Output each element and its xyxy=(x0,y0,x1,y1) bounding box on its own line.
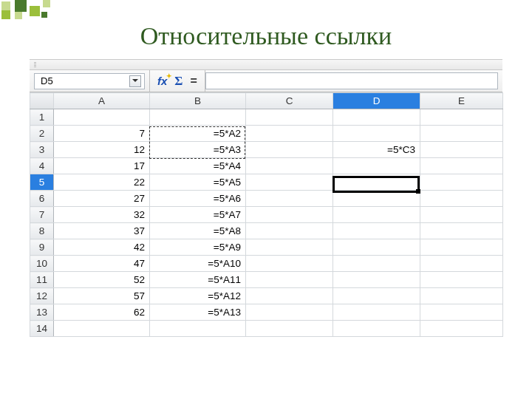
cell-B3[interactable]: =5*A3 xyxy=(150,142,246,158)
cell-E14[interactable] xyxy=(420,321,503,337)
cell-C5[interactable] xyxy=(246,174,333,191)
cell-D9[interactable] xyxy=(333,239,420,256)
cell-E6[interactable] xyxy=(420,191,503,207)
cell-B13[interactable]: =5*A13 xyxy=(150,304,246,321)
row-header[interactable]: 9 xyxy=(30,239,54,256)
cell-D13[interactable] xyxy=(333,304,420,321)
cell-E5[interactable] xyxy=(420,174,503,191)
cell-A7[interactable]: 32 xyxy=(54,207,150,223)
cell-C2[interactable] xyxy=(246,126,333,142)
cell-D6[interactable] xyxy=(333,191,420,207)
cell-B7[interactable]: =5*A7 xyxy=(150,207,246,223)
toolbar-grip[interactable] xyxy=(34,62,36,68)
row-header[interactable]: 5 xyxy=(30,174,54,191)
cell-C11[interactable] xyxy=(246,272,333,288)
cell-C6[interactable] xyxy=(246,191,333,207)
cell-D12[interactable] xyxy=(333,288,420,304)
worksheet[interactable]: A B C D E 127=5*A2312=5*A3=5*C3417=5*A45… xyxy=(30,92,502,337)
equals-icon[interactable]: = xyxy=(190,75,197,88)
row-header[interactable]: 13 xyxy=(30,304,54,321)
cell-D4[interactable] xyxy=(333,158,420,174)
sigma-icon[interactable]: Σ xyxy=(174,74,183,89)
row-header[interactable]: 10 xyxy=(30,256,54,272)
spreadsheet-app: D5 fx Σ = A B C D E xyxy=(30,59,502,337)
cell-D14[interactable] xyxy=(333,321,420,337)
cell-D3[interactable]: =5*C3 xyxy=(333,142,420,158)
cell-E8[interactable] xyxy=(420,223,503,239)
fx-icon[interactable]: fx xyxy=(157,75,167,87)
cell-B5[interactable]: =5*A5 xyxy=(150,174,246,191)
cell-A9[interactable]: 42 xyxy=(54,239,150,256)
cell-A3[interactable]: 12 xyxy=(54,142,150,158)
cell-B14[interactable] xyxy=(150,321,246,337)
name-box-dropdown[interactable] xyxy=(129,75,141,87)
cell-C10[interactable] xyxy=(246,256,333,272)
row-header[interactable]: 4 xyxy=(30,158,54,174)
name-box[interactable]: D5 xyxy=(34,73,145,89)
cell-D11[interactable] xyxy=(333,272,420,288)
cell-A1[interactable] xyxy=(54,109,150,126)
cell-A2[interactable]: 7 xyxy=(54,126,150,142)
cell-C12[interactable] xyxy=(246,288,333,304)
col-header-E[interactable]: E xyxy=(420,93,503,109)
cell-C1[interactable] xyxy=(246,109,333,126)
cell-A10[interactable]: 47 xyxy=(54,256,150,272)
cell-D2[interactable] xyxy=(333,126,420,142)
col-header-B[interactable]: B xyxy=(150,93,246,109)
cell-C3[interactable] xyxy=(246,142,333,158)
select-all-corner[interactable] xyxy=(30,93,54,109)
cell-D8[interactable] xyxy=(333,223,420,239)
cell-B6[interactable]: =5*A6 xyxy=(150,191,246,207)
cell-A13[interactable]: 62 xyxy=(54,304,150,321)
cell-E1[interactable] xyxy=(420,109,503,126)
cell-D1[interactable] xyxy=(333,109,420,126)
cell-C7[interactable] xyxy=(246,207,333,223)
cell-B8[interactable]: =5*A8 xyxy=(150,223,246,239)
row-header[interactable]: 3 xyxy=(30,142,54,158)
cell-B12[interactable]: =5*A12 xyxy=(150,288,246,304)
row-header[interactable]: 12 xyxy=(30,288,54,304)
cell-B1[interactable] xyxy=(150,109,246,126)
col-header-A[interactable]: A xyxy=(54,93,150,109)
cell-E4[interactable] xyxy=(420,158,503,174)
cell-A14[interactable] xyxy=(54,321,150,337)
cell-A11[interactable]: 52 xyxy=(54,272,150,288)
grid-row: 942=5*A9 xyxy=(30,239,503,256)
row-header[interactable]: 1 xyxy=(30,109,54,126)
cell-A6[interactable]: 27 xyxy=(54,191,150,207)
cell-B2[interactable]: =5*A2 xyxy=(150,126,246,142)
col-header-C[interactable]: C xyxy=(246,93,333,109)
row-header[interactable]: 2 xyxy=(30,126,54,142)
cell-A5[interactable]: 22 xyxy=(54,174,150,191)
cell-A8[interactable]: 37 xyxy=(54,223,150,239)
cell-E9[interactable] xyxy=(420,239,503,256)
cell-A12[interactable]: 57 xyxy=(54,288,150,304)
cell-E2[interactable] xyxy=(420,126,503,142)
cell-B9[interactable]: =5*A9 xyxy=(150,239,246,256)
row-header[interactable]: 7 xyxy=(30,207,54,223)
cell-B4[interactable]: =5*A4 xyxy=(150,158,246,174)
formula-input[interactable] xyxy=(205,72,498,89)
row-header[interactable]: 6 xyxy=(30,191,54,207)
cell-C13[interactable] xyxy=(246,304,333,321)
col-header-D[interactable]: D xyxy=(333,93,420,109)
row-header[interactable]: 11 xyxy=(30,272,54,288)
cell-C4[interactable] xyxy=(246,158,333,174)
cell-E12[interactable] xyxy=(420,288,503,304)
cell-E7[interactable] xyxy=(420,207,503,223)
row-header[interactable]: 14 xyxy=(30,321,54,337)
cell-B10[interactable]: =5*A10 xyxy=(150,256,246,272)
cell-E13[interactable] xyxy=(420,304,503,321)
cell-E10[interactable] xyxy=(420,256,503,272)
cell-E3[interactable] xyxy=(420,142,503,158)
cell-D5[interactable] xyxy=(333,174,420,191)
cell-D7[interactable] xyxy=(333,207,420,223)
cell-C8[interactable] xyxy=(246,223,333,239)
cell-E11[interactable] xyxy=(420,272,503,288)
cell-D10[interactable] xyxy=(333,256,420,272)
cell-C14[interactable] xyxy=(246,321,333,337)
cell-A4[interactable]: 17 xyxy=(54,158,150,174)
cell-B11[interactable]: =5*A11 xyxy=(150,272,246,288)
cell-C9[interactable] xyxy=(246,239,333,256)
row-header[interactable]: 8 xyxy=(30,223,54,239)
